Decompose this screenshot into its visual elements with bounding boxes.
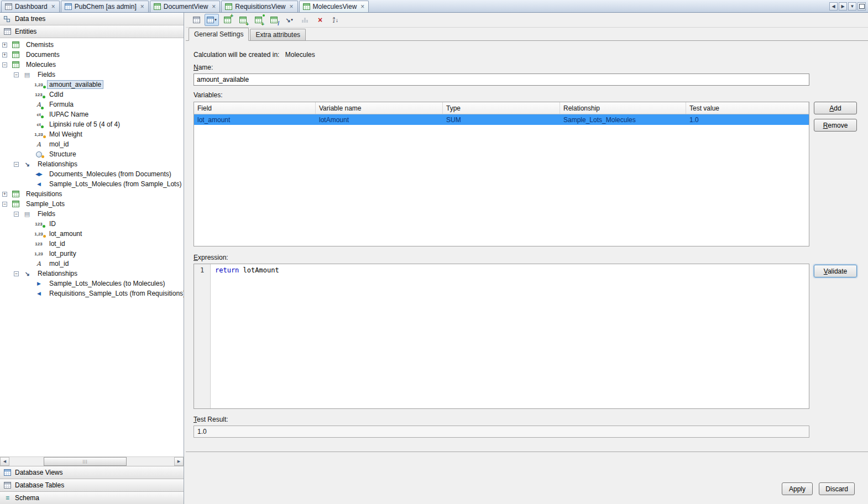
expression-code[interactable]: return lotAmount (211, 264, 809, 408)
scroll-tabs-left-icon[interactable]: ◀ (829, 2, 838, 11)
tree-item[interactable]: − Sample_Lots (0, 199, 184, 209)
test-result-field[interactable]: 1.0 (194, 426, 809, 438)
scroll-tabs-right-icon[interactable]: ▶ (839, 2, 847, 11)
tree-item[interactable]: 1,23 lot_amount (0, 229, 184, 239)
tree-item[interactable]: ◀▶ Documents_Molecules (from Documents) (0, 169, 184, 179)
table-view-icon[interactable]: ▾ (205, 14, 219, 26)
tree-expander[interactable]: + (2, 192, 7, 197)
tree-expander[interactable]: + (2, 53, 7, 57)
restore-panel-icon[interactable] (857, 2, 866, 11)
close-tab-icon[interactable]: × (140, 4, 144, 9)
column-header[interactable]: Relationship (560, 102, 686, 114)
remove-button[interactable]: Remove (814, 119, 857, 132)
tree-expander[interactable] (25, 232, 30, 237)
tree-expander[interactable]: + (2, 43, 7, 48)
tree-item[interactable]: A mol_id (0, 259, 184, 269)
tree-item[interactable]: ▶ Sample_Lots_Molecules (to Molecules) (0, 279, 184, 288)
new-table-icon[interactable]: + (220, 14, 234, 26)
tree-expander[interactable] (25, 92, 30, 97)
sidebar-section-bar[interactable]: Database Tables (0, 479, 184, 491)
validate-button[interactable]: Validate (814, 265, 857, 277)
close-tab-icon[interactable]: × (51, 4, 55, 9)
tab-list-dropdown-icon[interactable]: ▼ (848, 2, 856, 11)
tree-item[interactable]: ct IUPAC Name (0, 109, 184, 119)
tree-expander[interactable]: − (2, 202, 7, 207)
name-input[interactable] (194, 74, 809, 86)
grid-settings-icon[interactable] (189, 14, 203, 26)
tree-expander[interactable]: − (14, 212, 19, 217)
chart-icon[interactable] (297, 14, 312, 26)
tree-item[interactable]: ct Lipinski rule of 5 (4 of 4) (0, 119, 184, 129)
close-tab-icon[interactable]: × (212, 4, 216, 9)
tree-item[interactable]: + Documents (0, 50, 184, 60)
tree-item[interactable]: 1,23 lot_purity (0, 249, 184, 259)
tree-expander[interactable] (25, 172, 30, 177)
data-trees-header[interactable]: Data trees (0, 13, 184, 25)
tree-item[interactable]: − ↘ Relationships (0, 269, 184, 279)
tree-item[interactable]: + Chemists (0, 40, 184, 50)
tree-expander[interactable] (25, 281, 30, 286)
expression-editor[interactable]: 1 return lotAmount (194, 264, 809, 409)
tree-item[interactable]: 1,23 amount_available (0, 80, 184, 90)
tree-item[interactable]: ◀ Requisitions_Sample_Lots (from Requisi… (0, 288, 184, 298)
tree-item[interactable]: − ▤ Fields (0, 209, 184, 219)
view-tab[interactable]: RequisitionsView × (221, 1, 297, 12)
tree-item[interactable]: 1,23 Mol Weight (0, 129, 184, 139)
tree-expander[interactable]: − (14, 72, 19, 77)
tree-item[interactable]: + Requisitions (0, 189, 184, 199)
sidebar-section-bar[interactable]: Database Views (0, 466, 184, 479)
tree-item[interactable]: 123 ID (0, 219, 184, 229)
tree-expander[interactable] (25, 102, 30, 107)
tree-expander[interactable] (25, 82, 30, 87)
scrollbar-thumb[interactable]: ||| (44, 457, 127, 466)
tree-expander[interactable] (25, 222, 30, 227)
entities-header[interactable]: Entities (0, 25, 184, 38)
tree-item[interactable]: 123 CdId (0, 90, 184, 99)
add-calculated-field-icon[interactable]: + (251, 14, 265, 26)
view-tab[interactable]: MoleculesView × (299, 1, 369, 12)
add-button[interactable]: Add (814, 102, 857, 114)
column-header[interactable]: Test value (686, 102, 809, 114)
tree-expander[interactable] (25, 132, 30, 137)
edit-table-icon[interactable]: / (266, 14, 281, 26)
table-cell[interactable]: lot_amount (194, 114, 316, 125)
apply-button[interactable]: Apply (782, 482, 813, 495)
tree-item[interactable]: ◀ Sample_Lots_Molecules (from Sample_Lot… (0, 179, 184, 189)
view-tab[interactable]: DocumentView × (150, 1, 221, 12)
tree-expander[interactable]: − (14, 162, 19, 167)
column-header[interactable]: Variable name (316, 102, 443, 114)
table-row[interactable]: lot_amountlotAmountSUMSample_Lots_Molecu… (194, 114, 809, 125)
scroll-left-icon[interactable]: ◀ (0, 457, 9, 466)
tree-item[interactable]: A mol_id (0, 139, 184, 149)
tree-expander[interactable] (25, 291, 30, 296)
tree-expander[interactable] (25, 142, 30, 147)
column-header[interactable]: Field (194, 102, 316, 114)
tree-item[interactable]: 123 lot_id (0, 239, 184, 249)
sidebar-horizontal-scrollbar[interactable]: ◀ ||| ▶ (0, 456, 184, 466)
tree-expander[interactable] (25, 251, 30, 256)
view-tab[interactable]: PubChem [as admin] × (61, 1, 149, 12)
tree-item[interactable]: − ▤ Fields (0, 70, 184, 80)
table-cell[interactable]: 1.0 (686, 114, 809, 125)
tree-expander[interactable]: − (2, 62, 7, 67)
add-field-icon[interactable]: + (236, 14, 250, 26)
settings-tab[interactable]: General Settings (189, 28, 249, 41)
column-header[interactable]: Type (443, 102, 560, 114)
table-cell[interactable]: lotAmount (316, 114, 443, 125)
settings-tab[interactable]: Extra attributes (250, 29, 306, 40)
tree-expander[interactable] (25, 242, 30, 246)
tree-expander[interactable] (25, 112, 30, 117)
tree-item[interactable]: A Formula (0, 99, 184, 109)
close-tab-icon[interactable]: × (289, 4, 293, 9)
tree-item[interactable]: − ↘ Relationships (0, 159, 184, 169)
delete-icon[interactable]: × (313, 14, 327, 26)
tree-item[interactable]: − Molecules (0, 60, 184, 70)
tree-expander[interactable] (25, 152, 30, 157)
table-cell[interactable]: SUM (443, 114, 560, 125)
view-tab[interactable]: Dashboard × (1, 1, 60, 12)
sort-icon[interactable]: az↓ (328, 14, 343, 26)
relationship-tool-icon[interactable]: ↘▾ (282, 14, 296, 26)
tree-expander[interactable] (25, 182, 30, 187)
tree-expander[interactable]: − (14, 271, 19, 276)
tree-expander[interactable] (25, 122, 30, 127)
